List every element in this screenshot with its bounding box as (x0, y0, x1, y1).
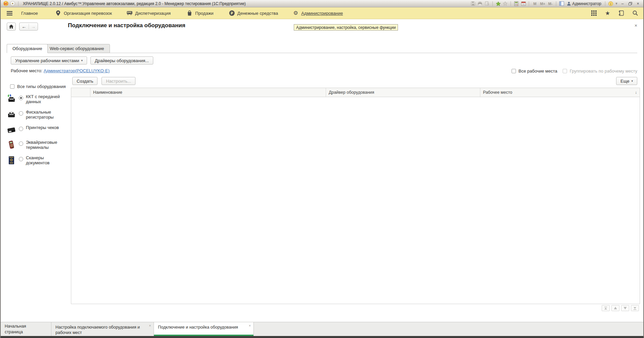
terminal-radio[interactable] (19, 141, 23, 146)
table-header-row: Наименование Драйвер оборудования Рабоче… (71, 88, 640, 97)
table-header-driver[interactable]: Драйвер оборудования (326, 88, 480, 97)
all-workplaces-label: Все рабочие места (519, 69, 557, 74)
tab-oborudovanie[interactable]: Оборудование (7, 44, 48, 53)
tab-web-servis[interactable]: Web-сервис оборудование (44, 44, 110, 53)
passport-scanner-icon (7, 156, 16, 165)
all-device-types-checkbox[interactable] (10, 84, 14, 89)
menu-item-dispetcherizacia[interactable]: Диспетчеризация (112, 10, 171, 16)
restore-button[interactable] (627, 1, 634, 6)
window-tab-home[interactable]: Начальная страница (1, 322, 51, 336)
scanner-radio[interactable] (19, 157, 23, 161)
create-button[interactable]: Создать (72, 77, 97, 85)
menu-item-glavnoe[interactable]: Главное (12, 11, 38, 16)
device-type-terminal[interactable]: Эквайринговые терминалы (7, 140, 69, 150)
search-icon[interactable] (632, 10, 638, 16)
receipt-printer-radio[interactable] (19, 127, 23, 131)
device-type-fiscal[interactable]: Фискальные регистраторы (7, 110, 69, 120)
save-icon (470, 1, 476, 6)
ruble-circle-icon: P (229, 10, 235, 16)
payment-terminal-icon (7, 140, 16, 150)
all-workplaces-checkbox[interactable] (512, 69, 516, 73)
fiscal-printer-icon (7, 110, 16, 119)
workplace-link[interactable]: Администратор(POCELUYKO-E) (44, 68, 110, 73)
window-title: ХРАНИЛИЩЕ 2.0.12 / Авибус™:Управление ав… (22, 1, 246, 6)
window-tab-podkluchenie-active[interactable]: Подключение и настройка оборудования × (154, 322, 254, 336)
svg-text:P: P (231, 11, 233, 15)
sort-descending-icon: ↓ (635, 90, 637, 95)
window-titlebar: 1С ▾ ХРАНИЛИЩЕ 2.0.12 / Авибус™:Управлен… (1, 0, 643, 7)
back-button[interactable]: ← (19, 24, 29, 29)
manage-workplaces-button[interactable]: Управление рабочими местами ▾ (11, 56, 87, 65)
gear-icon: ⚙ (293, 10, 298, 16)
history-icon[interactable] (618, 10, 624, 16)
favorites-icon (502, 1, 508, 6)
equipment-drivers-button[interactable]: Драйверы оборудования... (90, 56, 153, 65)
panels-icon[interactable] (559, 1, 565, 6)
application-window: 1С ▾ ХРАНИЛИЩЕ 2.0.12 / Авибус™:Управлен… (0, 0, 644, 338)
table-body-empty[interactable] (71, 97, 640, 304)
main-menu-button[interactable] (1, 10, 12, 16)
more-button[interactable]: Еще ▾ (616, 77, 637, 85)
current-user[interactable]: Администратор (566, 1, 603, 6)
close-tab-icon[interactable]: × (149, 324, 151, 328)
calculator-icon[interactable] (513, 1, 519, 6)
menu-item-perevozki[interactable]: Организация перевозок (38, 10, 112, 16)
menu-item-prodazhi[interactable]: Продажи (171, 10, 213, 16)
scroll-to-top-button[interactable] (602, 305, 610, 311)
device-type-kkt[interactable]: ККТ с передачей данных (7, 94, 69, 104)
all-device-types-label: Все типы оборудования (17, 84, 66, 89)
workplace-row: Рабочее место: Администратор(POCELUYKO-E… (11, 68, 110, 73)
hamburger-icon (7, 10, 12, 16)
page-title: Подключение и настройка оборудования (68, 22, 185, 29)
shopping-bag-icon (187, 10, 193, 16)
workplace-label: Рабочее место: (11, 68, 42, 73)
svg-text:31: 31 (522, 3, 525, 6)
calendar-icon[interactable]: 31 (520, 1, 526, 6)
table-header-workplace[interactable]: Рабочее место ↓ (480, 88, 640, 97)
workplace-toolbar: Управление рабочими местами ▾ Драйверы о… (11, 56, 153, 65)
memory-mminus-button: M- (547, 2, 554, 6)
device-type-scanner[interactable]: Сканеры документов (7, 156, 69, 166)
user-icon (567, 2, 571, 6)
kkt-radio[interactable] (19, 96, 23, 100)
memory-m-button: M (531, 2, 538, 6)
menu-item-denezhnye[interactable]: P Денежные средства (213, 10, 278, 16)
forward-button[interactable]: → (29, 24, 38, 29)
equipment-table: Наименование Драйвер оборудования Рабоче… (71, 88, 640, 304)
1c-logo-icon: 1С (3, 1, 8, 6)
info-icon[interactable]: i (608, 1, 614, 6)
menu-item-administrirovanie[interactable]: ⚙ Администрирование (278, 10, 343, 16)
scroll-to-bottom-button[interactable] (631, 305, 639, 311)
table-header-name[interactable]: Наименование (90, 88, 326, 97)
close-tab-icon[interactable]: × (249, 324, 251, 328)
fiscal-radio[interactable] (19, 111, 23, 116)
close-window-button[interactable]: × (635, 1, 641, 6)
print-preview-icon (484, 1, 490, 6)
menu-tooltip: Администрирование, настройка, сервисные … (294, 24, 398, 31)
window-bottom-edge (1, 336, 643, 338)
minimize-button[interactable]: – (619, 1, 626, 6)
scroll-up-button[interactable] (611, 305, 619, 311)
close-form-icon[interactable]: × (635, 23, 637, 28)
open-windows-bar: Начальная страница Настройка подключаемо… (1, 322, 643, 336)
system-menu-icon[interactable]: ▾ (10, 1, 15, 6)
workplace-filters: Все рабочие места Группировать по рабоче… (512, 69, 637, 74)
kkt-device-icon (7, 94, 16, 104)
device-type-panel: Все типы оборудования ККТ с передачей да… (7, 84, 69, 166)
window-tab-nastroika[interactable]: Настройка подключаемого оборудования и р… (51, 322, 154, 336)
receipt-printer-icon (7, 125, 16, 135)
svg-text:i: i (610, 2, 611, 5)
scroll-down-button[interactable] (621, 305, 629, 311)
device-type-receipt-printer[interactable]: Принтеры чеков (7, 125, 69, 135)
favorites-star-icon[interactable]: ★ (605, 10, 610, 16)
add-favorite-icon[interactable] (495, 1, 501, 6)
table-scroll-buttons (602, 305, 639, 311)
apps-grid-icon[interactable] (591, 10, 597, 16)
table-header-icon-col[interactable] (71, 88, 90, 97)
home-button[interactable] (7, 23, 16, 31)
info-dropdown-icon[interactable]: ▾ (615, 1, 618, 6)
print-icon (477, 1, 483, 6)
main-menubar: Главное Организация перевозок Диспетчери… (1, 7, 643, 19)
bus-icon (127, 10, 132, 16)
map-pin-icon (55, 10, 61, 16)
